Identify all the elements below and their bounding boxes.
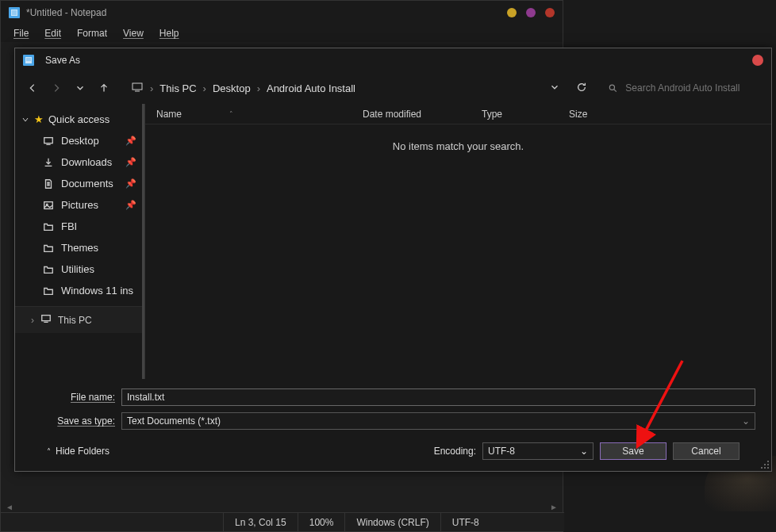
nav-recent-button[interactable]	[72, 80, 88, 96]
maximize-button[interactable]	[526, 8, 536, 17]
col-name[interactable]: Name˄	[145, 109, 352, 120]
folder-icon	[42, 243, 55, 254]
svg-rect-13	[44, 201, 53, 209]
nav-forward-button[interactable]	[48, 80, 64, 96]
search-input[interactable]	[625, 82, 757, 94]
sidebar-item-desktop[interactable]: Desktop 📌	[15, 130, 144, 151]
documents-icon	[42, 178, 55, 189]
pin-icon: 📌	[125, 157, 136, 167]
sidebar: ★ Quick access Desktop 📌 Downloads 📌 Doc…	[15, 104, 145, 379]
sidebar-item-label: Downloads	[61, 156, 112, 168]
sidebar-item-win11[interactable]: Windows 11 ins	[15, 280, 144, 301]
dialog-title: Save As	[45, 55, 80, 66]
dialog-icon	[23, 55, 34, 66]
chevron-right-icon: ›	[31, 315, 34, 326]
pin-icon: 📌	[125, 136, 136, 146]
folder-icon	[42, 285, 55, 297]
sidebar-item-thispc[interactable]: › This PC	[15, 306, 144, 333]
cancel-button[interactable]: Cancel	[673, 442, 740, 460]
col-date[interactable]: Date modified	[352, 109, 471, 120]
menubar: File Edit Format View Help	[1, 25, 563, 42]
resize-grip[interactable]	[760, 460, 770, 469]
breadcrumb-thispc[interactable]: This PC	[159, 82, 196, 94]
quick-access-label: Quick access	[48, 113, 109, 125]
nav-up-button[interactable]	[96, 80, 112, 96]
menu-view[interactable]: View	[117, 26, 150, 40]
breadcrumb-sep: ›	[257, 82, 260, 94]
chevron-down-icon	[21, 116, 29, 124]
sidebar-item-label: Pictures	[61, 199, 98, 211]
col-size[interactable]: Size	[558, 109, 621, 120]
col-type[interactable]: Type	[471, 109, 558, 120]
statusbar-eol: Windows (CRLF)	[344, 513, 440, 531]
star-icon: ★	[34, 113, 44, 125]
breadcrumb[interactable]: › This PC › Desktop › Android Auto Insta…	[131, 81, 355, 96]
sidebar-item-fbi[interactable]: FBI	[15, 216, 144, 237]
sidebar-item-downloads[interactable]: Downloads 📌	[15, 151, 144, 173]
sidebar-item-pictures[interactable]: Pictures 📌	[15, 194, 144, 216]
menu-file[interactable]: File	[7, 26, 35, 40]
menu-edit[interactable]: Edit	[38, 26, 67, 40]
hide-folders-label: Hide Folders	[56, 446, 109, 457]
dialog-close-button[interactable]	[752, 55, 763, 66]
breadcrumb-sep: ›	[150, 82, 153, 94]
menu-format[interactable]: Format	[71, 26, 113, 40]
empty-folder-message: No items match your search.	[145, 124, 771, 168]
pc-icon	[40, 313, 52, 327]
encoding-group: Encoding: UTF-8 ⌄ Save Cancel	[434, 442, 740, 460]
folder-icon	[42, 221, 55, 232]
breadcrumb-current[interactable]: Android Auto Install	[267, 82, 355, 94]
sidebar-item-utilities[interactable]: Utilities	[15, 258, 144, 280]
folder-icon	[42, 264, 55, 275]
window-title: *Untitled - Notepad	[26, 7, 106, 18]
sidebar-item-documents[interactable]: Documents 📌	[15, 173, 144, 194]
scroll-right-icon[interactable]: ►	[548, 501, 559, 512]
dialog-body: ★ Quick access Desktop 📌 Downloads 📌 Doc…	[15, 104, 771, 379]
notepad-titlebar[interactable]: *Untitled - Notepad	[1, 1, 563, 25]
column-headers[interactable]: Name˄ Date modified Type Size	[145, 104, 771, 124]
svg-rect-11	[44, 137, 53, 143]
nav-back-button[interactable]	[25, 80, 40, 96]
save-button[interactable]: Save	[600, 442, 667, 460]
chevron-down-icon: ⌄	[742, 415, 750, 427]
quick-access-header[interactable]: ★ Quick access	[15, 109, 144, 130]
sidebar-item-label: Documents	[61, 178, 113, 189]
sidebar-item-label: Desktop	[61, 135, 99, 147]
hide-folders-button[interactable]: ˄ Hide Folders	[47, 446, 109, 457]
filename-row: File name:	[31, 388, 755, 406]
encoding-select[interactable]: UTF-8 ⌄	[482, 442, 594, 460]
dialog-titlebar[interactable]: Save As	[15, 48, 771, 72]
filename-input[interactable]	[121, 388, 755, 406]
minimize-button[interactable]	[507, 8, 517, 17]
cancel-button-label: Cancel	[691, 446, 720, 457]
svg-rect-15	[42, 316, 51, 321]
encoding-label: Encoding:	[434, 446, 476, 457]
menu-help[interactable]: Help	[153, 26, 186, 40]
horizontal-scrollbar[interactable]: ◄ ►	[4, 501, 559, 512]
sort-indicator-icon: ˄	[229, 110, 233, 118]
close-button[interactable]	[545, 8, 555, 17]
refresh-button[interactable]	[576, 82, 587, 95]
sidebar-item-label: Windows 11 ins	[61, 285, 133, 297]
notepad-icon	[9, 7, 20, 18]
filename-label: File name:	[31, 392, 115, 403]
scroll-left-icon[interactable]: ◄	[4, 501, 15, 512]
file-list-area: Name˄ Date modified Type Size No items m…	[145, 104, 771, 379]
sidebar-item-themes[interactable]: Themes	[15, 237, 144, 258]
sidebar-item-label: Themes	[61, 242, 98, 254]
nav-toolbar: › This PC › Desktop › Android Auto Insta…	[15, 72, 771, 104]
statusbar-spacer	[1, 513, 223, 531]
bottom-row: ˄ Hide Folders Encoding: UTF-8 ⌄ Save Ca…	[31, 436, 755, 460]
chevron-down-icon: ⌄	[580, 446, 588, 457]
statusbar-zoom: 100%	[298, 513, 345, 531]
dialog-footer: File name: Save as type: Text Documents …	[15, 379, 771, 471]
save-button-label: Save	[622, 446, 643, 457]
savetype-select[interactable]: Text Documents (*.txt) ⌄	[121, 412, 755, 430]
encoding-value: UTF-8	[488, 446, 515, 457]
sidebar-scrollbar[interactable]	[142, 104, 144, 379]
statusbar-position: Ln 3, Col 15	[223, 513, 298, 531]
breadcrumb-dropdown[interactable]	[549, 82, 560, 95]
svg-rect-7	[133, 83, 142, 90]
breadcrumb-desktop[interactable]: Desktop	[213, 82, 251, 94]
search-box[interactable]	[603, 79, 762, 97]
